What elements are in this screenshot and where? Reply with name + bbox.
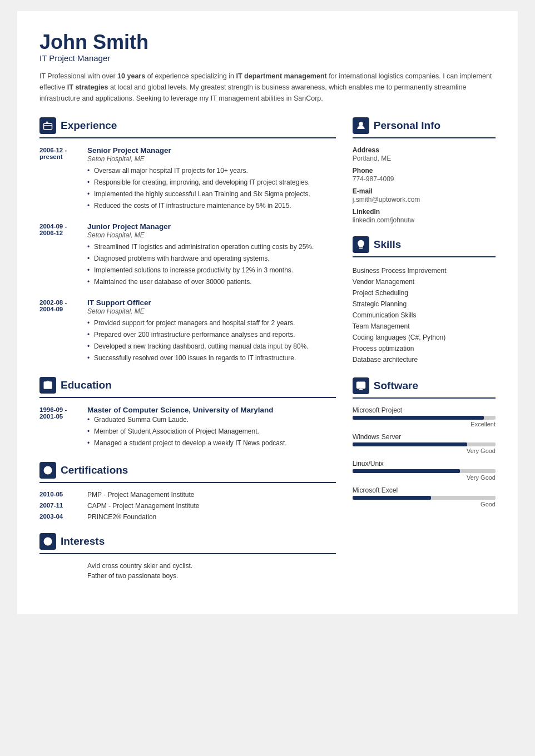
software-bar-fill-1: [353, 416, 484, 420]
candidate-summary: IT Professional with over 10 years of ex…: [39, 71, 496, 104]
exp-date-3: 2002-08 -2004-09: [39, 299, 80, 365]
cert-date-1: 2010-05: [39, 491, 80, 499]
exp-subtitle-1: Seton Hospital, ME: [87, 155, 336, 163]
education-header: Education: [39, 377, 336, 394]
interests-header: Interests: [39, 533, 336, 550]
skills-title: Skills: [374, 238, 402, 251]
cert-entry-3: 2003-04 PRINCE2® Foundation: [39, 513, 336, 521]
list-item: Diagnosed problems with hardware and ope…: [87, 253, 336, 263]
list-item: Provided support for project managers an…: [87, 318, 336, 328]
cert-name-2: CAPM - Project Management Institute: [87, 502, 199, 510]
interests-divider: [39, 553, 336, 554]
right-column: Personal Info Address Portland, ME Phone…: [353, 117, 496, 592]
education-title: Education: [61, 379, 112, 391]
left-column: Experience 2006-12 -present Senior Proje…: [39, 117, 336, 592]
certifications-divider: [39, 482, 336, 483]
software-bar-fill-2: [353, 442, 467, 446]
exp-entry-3: 2002-08 -2004-09 IT Support Officer Seto…: [39, 299, 336, 365]
svg-rect-18: [356, 382, 365, 388]
software-level-4: Good: [353, 501, 496, 508]
list-item: Reduced the costs of IT infrastructure m…: [87, 201, 336, 211]
personal-info-section: Personal Info Address Portland, ME Phone…: [353, 117, 496, 224]
list-item: Prepared over 200 infrastructure perform…: [87, 330, 336, 340]
cert-name-3: PRINCE2® Foundation: [87, 513, 156, 521]
phone-value: 774-987-4009: [353, 175, 496, 183]
exp-content-2: Junior Project Manager Seton Hospital, M…: [87, 222, 336, 289]
interests-icon: [39, 533, 56, 550]
education-section: Education 1996-09 -2001-05 Master of Com…: [39, 377, 336, 450]
candidate-title: IT Project Manager: [39, 53, 496, 63]
edu-entry-1: 1996-09 -2001-05 Master of Computer Scie…: [39, 406, 336, 450]
edu-date-1: 1996-09 -2001-05: [39, 406, 80, 450]
skill-7: Coding languages (C#, Python): [353, 332, 496, 343]
software-item-4: Microsoft Excel Good: [353, 486, 496, 508]
exp-entry-2: 2004-09 -2006-12 Junior Project Manager …: [39, 222, 336, 289]
skills-icon: [353, 236, 369, 253]
list-item: Responsible for creating, improving, and…: [87, 177, 336, 187]
experience-header: Experience: [39, 117, 336, 134]
list-item: Oversaw all major hospital IT projects f…: [87, 166, 336, 176]
education-icon: [39, 377, 56, 394]
personal-info-divider: [353, 137, 496, 138]
cert-name-1: PMP - Project Management Institute: [87, 491, 195, 499]
phone-label: Phone: [353, 167, 496, 175]
interest-2: Father of two passionate boys.: [87, 572, 336, 580]
exp-content-3: IT Support Officer Seton Hospital, ME Pr…: [87, 299, 336, 365]
software-bar-bg-2: [353, 442, 496, 446]
resume-container: John Smith IT Project Manager IT Profess…: [17, 11, 518, 614]
exp-date-1: 2006-12 -present: [39, 146, 80, 212]
software-section: Software Microsoft Project Excellent Win…: [353, 377, 496, 508]
certifications-title: Certifications: [61, 464, 128, 476]
list-item: Streamlined IT logistics and administrat…: [87, 242, 336, 252]
software-item-1: Microsoft Project Excellent: [353, 406, 496, 427]
personal-info-header: Personal Info: [353, 117, 496, 134]
svg-rect-0: [44, 123, 52, 130]
exp-title-2: Junior Project Manager: [87, 222, 336, 231]
software-bar-bg-1: [353, 416, 496, 420]
skill-3: Project Scheduling: [353, 287, 496, 299]
skill-2: Vendor Management: [353, 276, 496, 287]
skill-1: Business Process Improvement: [353, 265, 496, 276]
software-name-2: Windows Server: [353, 433, 496, 441]
software-name-1: Microsoft Project: [353, 406, 496, 414]
software-bar-fill-3: [353, 469, 460, 473]
list-item: Graduated Summa Cum Laude.: [87, 415, 336, 425]
software-name-4: Microsoft Excel: [353, 486, 496, 494]
software-bar-fill-4: [353, 496, 431, 500]
certifications-section: Certifications 2010-05 PMP - Project Man…: [39, 462, 336, 521]
certifications-header: Certifications: [39, 462, 336, 479]
svg-point-16: [359, 122, 363, 126]
exp-bullets-1: Oversaw all major hospital IT projects f…: [87, 166, 336, 211]
exp-bullets-3: Provided support for project managers an…: [87, 318, 336, 363]
list-item: Implemented the highly successful Lean T…: [87, 189, 336, 199]
software-level-1: Excellent: [353, 421, 496, 427]
exp-title-1: Senior Project Manager: [87, 146, 336, 155]
edu-title-1: Master of Computer Science, University o…: [87, 406, 336, 414]
linkedin-label: LinkedIn: [353, 208, 496, 216]
software-name-3: Linux/Unix: [353, 460, 496, 467]
exp-entry-1: 2006-12 -present Senior Project Manager …: [39, 146, 336, 212]
exp-title-3: IT Support Officer: [87, 299, 336, 307]
experience-icon: [39, 117, 56, 134]
personal-info-title: Personal Info: [374, 120, 440, 132]
certifications-icon: [39, 462, 56, 479]
software-icon: [353, 377, 369, 394]
skills-section: Skills Business Process Improvement Vend…: [353, 236, 496, 365]
interests-section: Interests Avid cross country skier and c…: [39, 533, 336, 580]
software-level-3: Very Good: [353, 474, 496, 481]
exp-bullets-2: Streamlined IT logistics and administrat…: [87, 242, 336, 287]
software-header: Software: [353, 377, 496, 394]
software-item-2: Windows Server Very Good: [353, 433, 496, 454]
software-bar-bg-3: [353, 469, 496, 473]
skills-divider: [353, 256, 496, 257]
skill-8: Process optimization: [353, 343, 496, 354]
cert-entry-2: 2007-11 CAPM - Project Management Instit…: [39, 502, 336, 510]
interests-title: Interests: [61, 535, 105, 548]
resume-header: John Smith IT Project Manager IT Profess…: [39, 31, 496, 104]
education-divider: [39, 397, 336, 398]
cert-date-3: 2003-04: [39, 513, 80, 521]
main-columns: Experience 2006-12 -present Senior Proje…: [39, 117, 496, 592]
email-label: E-mail: [353, 187, 496, 195]
list-item: Implemented solutions to increase produc…: [87, 265, 336, 275]
edu-bullets-1: Graduated Summa Cum Laude. Member of Stu…: [87, 415, 336, 448]
